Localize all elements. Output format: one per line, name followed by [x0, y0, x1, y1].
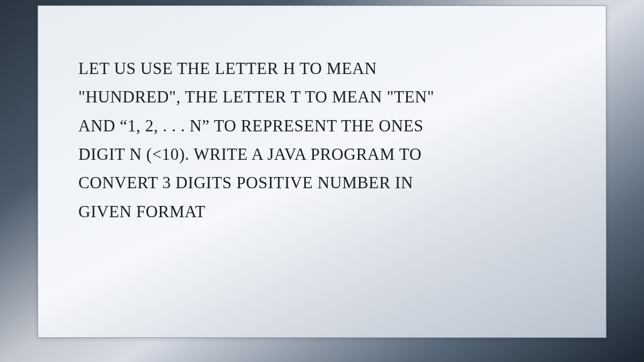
- text-line-6: GIVEN FORMAT: [78, 197, 566, 226]
- text-line-4: DIGIT N (<10). WRITE A JAVA PROGRAM TO: [78, 140, 566, 168]
- text-line-3: AND “1, 2, . . . N” TO REPRESENT THE ONE…: [78, 112, 566, 140]
- document-container: LET US USE THE LETTER H TO MEAN "HUNDRED…: [38, 5, 606, 338]
- text-line-5: CONVERT 3 DIGITS POSITIVE NUMBER IN: [78, 168, 566, 197]
- text-line-1: LET US USE THE LETTER H TO MEAN: [78, 54, 566, 83]
- text-line-2: "HUNDRED", THE LETTER T TO MEAN "TEN": [78, 83, 566, 111]
- side-mark: I: [636, 270, 640, 284]
